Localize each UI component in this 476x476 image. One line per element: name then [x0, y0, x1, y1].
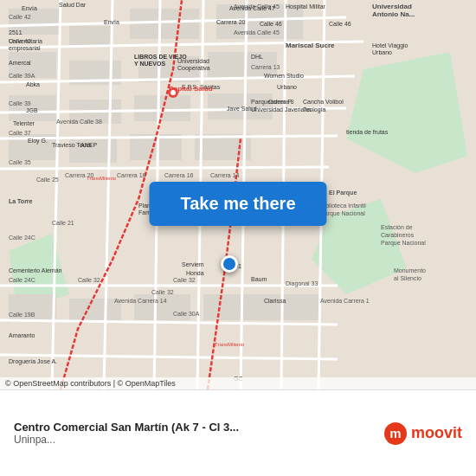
- svg-text:Calle 32: Calle 32: [173, 277, 196, 283]
- svg-text:Carrera 20: Carrera 20: [216, 19, 246, 25]
- bottom-info: Centro Comercial San Martín (Ak 7 - Cl 3…: [14, 421, 376, 446]
- svg-text:Calle 32: Calle 32: [151, 289, 174, 295]
- svg-text:Antonio Na...: Antonio Na...: [372, 10, 415, 18]
- svg-text:Telenter: Telenter: [13, 120, 35, 126]
- svg-text:Universidad: Universidad: [177, 58, 209, 64]
- moovit-text: moovit: [411, 424, 462, 442]
- svg-text:Carrera 13: Carrera 13: [251, 64, 280, 70]
- svg-text:Carrera 16: Carrera 16: [164, 172, 194, 178]
- svg-text:Universidad: Universidad: [372, 3, 412, 10]
- svg-text:Women Studio: Women Studio: [264, 73, 304, 79]
- svg-text:Parque Nacional: Parque Nacional: [381, 240, 426, 247]
- svg-text:Calle 42: Calle 42: [9, 14, 31, 20]
- svg-text:Calle 46: Calle 46: [260, 21, 282, 27]
- svg-text:Carrera 14: Carrera 14: [210, 172, 240, 178]
- svg-text:ANEP: ANEP: [80, 142, 97, 148]
- svg-text:Clarissa: Clarissa: [264, 298, 286, 304]
- svg-text:Urbano: Urbano: [277, 84, 297, 90]
- svg-text:DHL: DHL: [251, 54, 263, 60]
- svg-text:Monumento: Monumento: [394, 267, 426, 273]
- svg-text:Serviem: Serviem: [182, 261, 204, 267]
- app-container: Calle 42 Calle 40 Calle 39A Calle 39 Cal…: [0, 0, 476, 476]
- map-area: Calle 42 Calle 40 Calle 39A Calle 39 Cal…: [0, 0, 476, 389]
- svg-rect-5: [69, 26, 113, 48]
- svg-text:Universitaria: Universitaria: [9, 38, 42, 44]
- location-marker: [221, 255, 238, 273]
- svg-text:Salud Dar: Salud Dar: [59, 2, 87, 8]
- svg-text:al Silencio: al Silencio: [394, 275, 421, 281]
- svg-text:Cooperativa: Cooperativa: [177, 65, 210, 72]
- svg-text:Cancha Volibol: Cancha Volibol: [303, 99, 344, 105]
- moovit-icon: m: [383, 421, 408, 446]
- take-me-there-button[interactable]: Take me there: [149, 182, 326, 226]
- svg-text:Envía: Envía: [104, 19, 119, 25]
- svg-text:Calle 46: Calle 46: [329, 21, 351, 27]
- svg-text:Calle 39A: Calle 39A: [9, 73, 35, 79]
- moovit-logo: m moovit: [383, 421, 462, 446]
- svg-rect-6: [130, 9, 199, 39]
- svg-text:Calle 39: Calle 39: [9, 100, 31, 106]
- svg-text:Avenida Carrera 14: Avenida Carrera 14: [114, 298, 167, 304]
- svg-text:Diagonal 33: Diagonal 33: [286, 280, 318, 287]
- svg-text:2511: 2511: [9, 29, 23, 35]
- svg-text:Y NUEVOS: Y NUEVOS: [134, 61, 165, 67]
- svg-text:Hospital Militar: Hospital Militar: [286, 3, 326, 10]
- svg-text:Biblioteca Infantil: Biblioteca Infantil: [320, 203, 366, 209]
- svg-text:Avenida Carrera 1: Avenida Carrera 1: [320, 298, 370, 304]
- svg-text:Avenida Calle 45: Avenida Calle 45: [234, 29, 280, 35]
- svg-text:Baum: Baum: [251, 276, 267, 282]
- svg-point-131: [170, 90, 176, 95]
- svg-text:Calle 19B: Calle 19B: [9, 312, 35, 318]
- svg-text:TransMilenio: TransMilenio: [87, 176, 117, 181]
- svg-text:Calle 24C: Calle 24C: [9, 235, 35, 241]
- svg-text:Calle 37: Calle 37: [9, 130, 31, 136]
- svg-text:Avenida Calle 38: Avenida Calle 38: [56, 119, 102, 125]
- svg-text:Mariscal Sucre: Mariscal Sucre: [286, 42, 335, 49]
- svg-text:empresarial: empresarial: [9, 45, 41, 52]
- svg-text:Carrera 18: Carrera 18: [117, 172, 146, 178]
- attribution-bar: © OpenStreetMap contributors | © OpenMap…: [0, 377, 476, 389]
- svg-text:Abka: Abka: [26, 81, 40, 87]
- svg-text:Amercal: Amercal: [9, 60, 31, 66]
- svg-text:m: m: [389, 426, 401, 441]
- bottom-title: Centro Comercial San Martín (Ak 7 - Cl 3…: [14, 421, 376, 434]
- bottom-subtitle: Uninpa...: [14, 434, 376, 446]
- svg-text:Calle 32: Calle 32: [78, 277, 100, 283]
- svg-text:Universidad Javeriana: Universidad Javeriana: [251, 106, 311, 113]
- svg-text:Cementerio Alemán: Cementerio Alemán: [9, 267, 62, 273]
- svg-text:Parque Nacional: Parque Nacional: [320, 210, 365, 217]
- svg-text:Hotel Viaggio: Hotel Viaggio: [372, 42, 408, 49]
- svg-text:Estación de: Estación de: [381, 224, 413, 230]
- svg-text:TransMilenio: TransMilenio: [215, 342, 245, 347]
- svg-text:Eloy G.: Eloy G.: [28, 138, 48, 145]
- svg-text:Avenida Calle 47: Avenida Calle 47: [229, 5, 275, 11]
- svg-text:Calle 25: Calle 25: [36, 177, 59, 183]
- svg-text:Calle 30A: Calle 30A: [173, 311, 200, 317]
- svg-rect-21: [69, 299, 121, 323]
- svg-text:tienda de frutas: tienda de frutas: [346, 129, 389, 135]
- svg-text:La Torre: La Torre: [9, 198, 33, 204]
- svg-text:Envía: Envía: [22, 5, 37, 11]
- svg-text:Droguería Jose A.: Droguería Jose A.: [9, 358, 57, 365]
- svg-text:JGB: JGB: [26, 107, 38, 113]
- svg-text:Calle 24C: Calle 24C: [9, 277, 35, 283]
- svg-text:Amaranto: Amaranto: [9, 332, 35, 338]
- svg-text:Urbano: Urbano: [372, 49, 392, 55]
- svg-text:Carabineros: Carabineros: [381, 232, 415, 238]
- svg-text:Jave Salud: Jave Salud: [227, 106, 257, 112]
- svg-text:Honda: Honda: [186, 270, 204, 276]
- svg-text:Parqueadero P.: Parqueadero P.: [251, 99, 293, 106]
- svg-text:Calle 21: Calle 21: [52, 220, 74, 226]
- svg-text:Teología: Teología: [303, 106, 326, 113]
- svg-rect-23: [203, 294, 268, 320]
- svg-text:Calle 35: Calle 35: [9, 159, 31, 165]
- attribution-text: © OpenStreetMap contributors | © OpenMap…: [5, 379, 176, 388]
- svg-text:El Parque: El Parque: [329, 190, 357, 196]
- bottom-bar: Centro Comercial San Martín (Ak 7 - Cl 3…: [0, 389, 476, 476]
- svg-line-30: [0, 167, 329, 169]
